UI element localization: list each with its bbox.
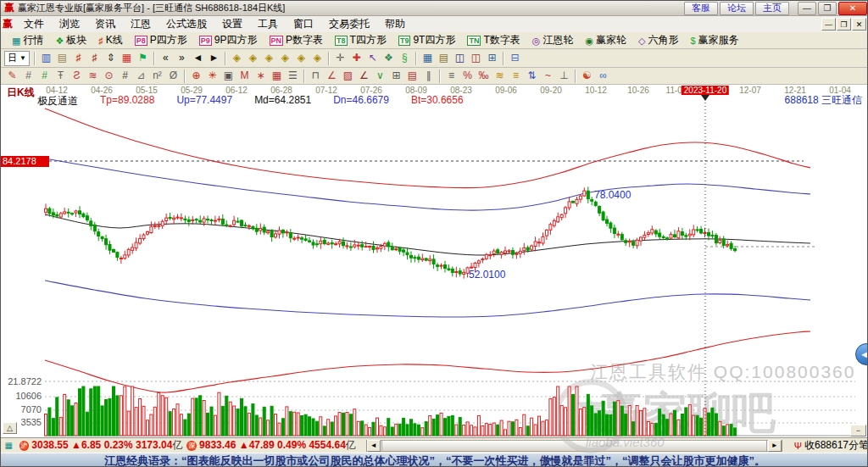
tab-quotes[interactable]: ▦行情 (6, 33, 49, 48)
save-icon[interactable]: ◫ (452, 51, 468, 65)
chart-style-icon[interactable]: ▥ (38, 51, 54, 65)
bars-red2-icon[interactable]: ♯ (86, 51, 103, 65)
yinyang-icon[interactable]: ☯ (579, 69, 595, 83)
menu-item-工具[interactable]: 工具 (250, 17, 286, 31)
percent-icon[interactable]: % (459, 69, 476, 83)
save2-icon[interactable]: ◫ (468, 51, 484, 65)
bridge-icon[interactable]: ⊓ (308, 69, 324, 83)
tab-p-digits[interactable]: PNP数字表 (264, 33, 330, 48)
zoom-diamond-4-icon[interactable]: ◈ (277, 51, 293, 65)
permille-icon[interactable]: ‰ (476, 69, 492, 83)
menu-item-帮助[interactable]: 帮助 (377, 17, 413, 31)
gold-levels-icon[interactable]: ≡ (508, 69, 524, 83)
pen-icon[interactable]: ✎ (4, 69, 20, 83)
scroll-left-icon[interactable]: ◄ (367, 440, 381, 452)
shenzhen-index[interactable]: 9833.46 ▲47.89 0.49% 4554.64亿 (199, 438, 356, 453)
zoom-diamond-1-icon[interactable]: ◈ (229, 51, 245, 65)
parallel-icon[interactable]: ∥ (420, 69, 437, 83)
last-page-icon[interactable]: » (174, 51, 190, 65)
tab-9p-square[interactable]: P99P四方形 (193, 33, 264, 48)
tab-p-square[interactable]: P8P四方形 (129, 33, 193, 48)
child-restore-button[interactable]: ❐ (837, 18, 851, 31)
tab-sectors[interactable]: ❖板块 (49, 33, 92, 48)
gold-wave-icon[interactable]: ≋ (492, 69, 508, 83)
sine-icon[interactable]: ~ (540, 69, 556, 83)
panel-icon[interactable]: ▤ (404, 69, 420, 83)
hash-icon[interactable]: # (117, 69, 133, 83)
support-button[interactable]: 客服 (684, 2, 718, 15)
rails-icon[interactable]: ☰ (285, 69, 301, 83)
maximize-button[interactable]: ❐ (818, 2, 837, 15)
wave-icon[interactable]: ≋ (85, 69, 101, 83)
calendar-icon[interactable]: ▦ (420, 51, 436, 65)
calculator-icon[interactable]: ▤ (436, 51, 452, 65)
market-grid-icon[interactable]: ▦ (3, 441, 14, 451)
flag-icon[interactable]: ⚑ (135, 51, 151, 65)
angle-rule-icon[interactable]: ⊿ (133, 69, 149, 83)
tab-t-square[interactable]: T8T四方形 (329, 33, 392, 48)
n2-icon[interactable]: n² (149, 69, 165, 83)
shanghai-index[interactable]: 3038.55 ▲6.85 0.23% 3173.04亿 (31, 438, 182, 453)
boxed-chart-icon[interactable]: ▣ (220, 69, 236, 83)
gann-grid-icon[interactable]: # (20, 69, 36, 83)
tick-feed-status[interactable]: Ψ 收688617分笔 (794, 438, 868, 453)
ticket-icon[interactable]: § (397, 51, 413, 65)
zoom-diamond-5-icon[interactable]: ◈ (293, 51, 309, 65)
angle-icon[interactable]: ∠ (324, 69, 340, 83)
menu-item-浏览[interactable]: 浏览 (52, 17, 87, 31)
grid-red-icon[interactable]: ▦ (269, 69, 285, 83)
tab-winner-service[interactable]: $赢家服务 (684, 33, 744, 48)
frame-icon[interactable]: ▦ (119, 51, 135, 65)
first-page-icon[interactable]: « (158, 51, 174, 65)
tab-kline[interactable]: ♯K线 (92, 33, 129, 48)
zoom-diamond-3-icon[interactable]: ◈ (261, 51, 277, 65)
tab-winner-wheel[interactable]: ◉赢家轮 (579, 33, 632, 48)
vee-icon[interactable]: ∨ (372, 69, 388, 83)
forum-button[interactable]: 论坛 (720, 2, 754, 15)
crosshair-icon[interactable]: ✚ (348, 51, 364, 65)
circle-cycle-icon[interactable]: ⊙ (101, 69, 117, 83)
menu-item-江恩[interactable]: 江恩 (123, 17, 159, 31)
expand-pane-button[interactable]: △ (3, 422, 17, 434)
menu-item-公式选股[interactable]: 公式选股 (159, 17, 214, 31)
truck-icon[interactable]: ⊟ (507, 51, 523, 65)
star-burst-icon[interactable]: ✳ (204, 69, 220, 83)
double-star-icon[interactable]: ∗ (253, 69, 269, 83)
prev-icon[interactable]: ◄ (190, 51, 206, 65)
zoom-diamond-2-icon[interactable]: ◈ (245, 51, 261, 65)
table-icon[interactable]: ⊞ (388, 69, 404, 83)
tab-t-digits[interactable]: TNT数字表 (461, 33, 526, 48)
updown-icon[interactable]: ⇅ (524, 69, 540, 83)
tag-icon[interactable]: ❖ (381, 51, 397, 65)
info-panel-icon[interactable]: ▤ (54, 51, 70, 65)
perp-icon[interactable]: ⊥ (556, 69, 572, 83)
gann-fan-icon[interactable]: Ŧ (53, 69, 69, 83)
ruler-icon[interactable]: Ø (165, 69, 181, 83)
menu-item-交易委托[interactable]: 交易委托 (321, 17, 377, 31)
zoom-diamond-6-icon[interactable]: ◈ (309, 51, 326, 65)
menu-item-窗口[interactable]: 窗口 (286, 17, 321, 31)
child-close-button[interactable]: ✕ (852, 18, 866, 31)
infinity-icon[interactable]: ∞ (595, 69, 611, 83)
pointer-icon[interactable]: ↖ (364, 51, 381, 65)
candle-type-icon[interactable]: ⇕ (103, 51, 119, 65)
shade-box-icon[interactable]: ▨ (340, 69, 356, 83)
period-dropdown[interactable]: 日 ▼ (4, 51, 30, 66)
collapse-pane-button[interactable]: − (850, 425, 866, 436)
homepage-button[interactable]: 主页 (755, 2, 789, 15)
spiral-icon[interactable]: Ƨ (69, 69, 85, 83)
next-icon[interactable]: ► (206, 51, 222, 65)
tab-hexagon[interactable]: ◇六角形 (632, 33, 684, 48)
menu-item-资讯[interactable]: 资讯 (87, 17, 123, 31)
fan-lines-icon[interactable]: ∠ (356, 69, 372, 83)
child-minimize-button[interactable]: — (821, 18, 836, 31)
candlestick-plot[interactable] (1, 84, 868, 437)
levels-icon[interactable]: ≡ (443, 69, 459, 83)
tab-gann-wheel[interactable]: ◎江恩轮 (526, 33, 580, 48)
target-icon[interactable]: ⊕ (188, 69, 204, 83)
tab-9t-square[interactable]: T99T四方形 (392, 33, 462, 48)
menu-item-文件[interactable]: 文件 (16, 17, 52, 31)
m-marks-icon[interactable]: M (236, 69, 253, 83)
gann-grid-green-icon[interactable]: # (36, 69, 53, 83)
minimize-button[interactable]: — (798, 2, 816, 15)
